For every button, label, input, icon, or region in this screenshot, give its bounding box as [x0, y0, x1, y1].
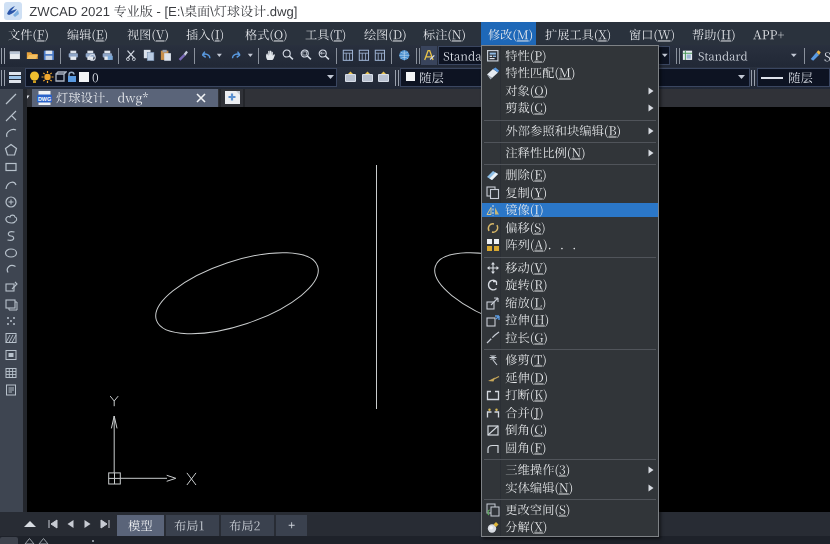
svg-text:DWG: DWG: [38, 96, 51, 102]
